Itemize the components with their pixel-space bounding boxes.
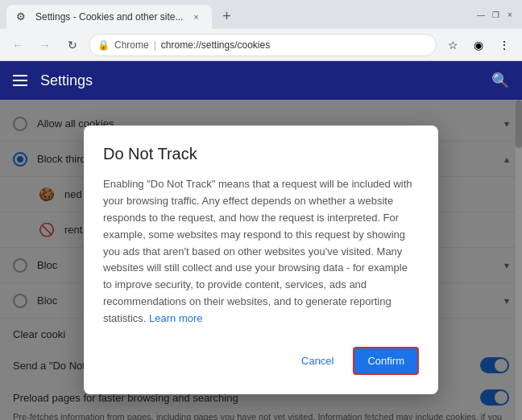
menu-button[interactable]: ⋮: [493, 34, 516, 56]
hamburger-line: [13, 80, 27, 81]
reload-button[interactable]: ↻: [61, 34, 84, 56]
modal-overlay: Do Not Track Enabling "Do Not Track" mea…: [0, 100, 522, 420]
minimize-button[interactable]: —: [475, 9, 487, 20]
address-field[interactable]: 🔒 Chrome | chrome://settings/cookies: [89, 34, 437, 56]
new-tab-button[interactable]: +: [215, 5, 238, 27]
settings-search-icon[interactable]: 🔍: [491, 72, 509, 89]
tab-close-button[interactable]: ×: [189, 10, 202, 23]
modal-body: Enabling "Do Not Track" means that a req…: [103, 176, 419, 327]
separator: |: [154, 39, 156, 51]
learn-more-link[interactable]: Learn more: [149, 312, 202, 324]
title-bar: ⚙ Settings - Cookies and other site... ×…: [0, 0, 522, 29]
modal-actions: Cancel Confirm: [103, 347, 419, 375]
tab-title: Settings - Cookies and other site...: [35, 11, 183, 23]
settings-page-title: Settings: [40, 72, 93, 89]
address-bar: ← → ↻ 🔒 Chrome | chrome://settings/cooki…: [0, 29, 522, 61]
forward-button[interactable]: →: [34, 34, 56, 56]
restore-button[interactable]: ❐: [490, 9, 501, 20]
settings-header: Settings 🔍: [0, 61, 522, 100]
hamburger-menu-button[interactable]: [13, 75, 27, 86]
window-controls: — ❐ ×: [475, 9, 516, 20]
hamburger-line: [13, 84, 27, 86]
chrome-label: Chrome: [114, 39, 149, 51]
address-right-icons: ☆ ◉ ⋮: [441, 34, 516, 56]
lock-icon: 🔒: [97, 39, 110, 51]
content-area: Allow all cookies ▾ Block third-party co…: [0, 100, 522, 420]
account-button[interactable]: ◉: [467, 34, 490, 56]
modal-title: Do Not Track: [103, 145, 419, 163]
confirm-button[interactable]: Confirm: [353, 347, 419, 375]
do-not-track-modal: Do Not Track Enabling "Do Not Track" mea…: [84, 126, 438, 393]
main-content: Allow all cookies ▾ Block third-party co…: [0, 100, 522, 420]
tab-bar: ⚙ Settings - Cookies and other site... ×…: [6, 0, 470, 29]
window-close-button[interactable]: ×: [504, 9, 516, 20]
browser-frame: ⚙ Settings - Cookies and other site... ×…: [0, 0, 522, 420]
hamburger-line: [13, 75, 27, 76]
tab-favicon: ⚙: [16, 10, 29, 23]
cancel-button[interactable]: Cancel: [288, 347, 346, 375]
back-button[interactable]: ←: [6, 34, 29, 56]
bookmark-button[interactable]: ☆: [441, 34, 464, 56]
active-tab[interactable]: ⚙ Settings - Cookies and other site... ×: [6, 5, 212, 29]
modal-body-text: Enabling "Do Not Track" means that a req…: [103, 178, 412, 323]
address-text: chrome://settings/cookies: [161, 39, 428, 51]
